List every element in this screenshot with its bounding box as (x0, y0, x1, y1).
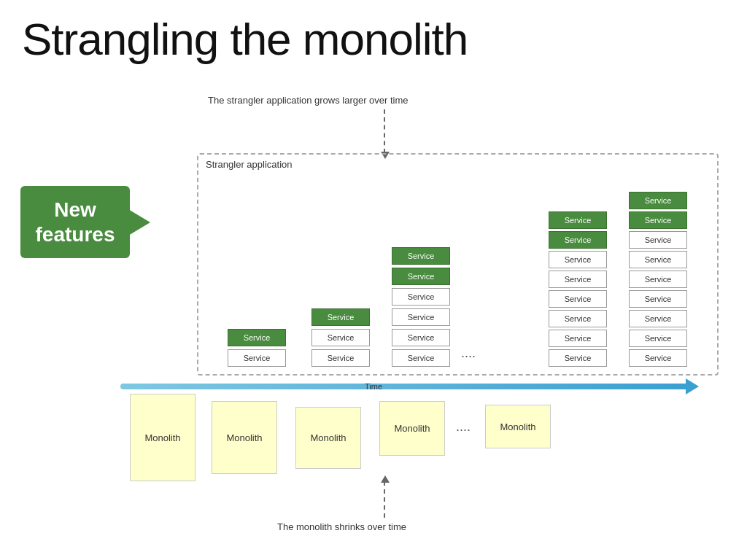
service-box: Service (629, 330, 687, 347)
subtitle-arrow (384, 109, 385, 153)
time-arrow (120, 376, 697, 391)
service-box: Service (549, 310, 607, 327)
service-box: Service (549, 330, 607, 347)
bottom-arrow (384, 481, 385, 518)
service-box: Service (629, 290, 687, 308)
service-box: Service (629, 231, 687, 249)
strangler-label: Strangler application (206, 159, 293, 170)
service-box: Service (392, 308, 450, 326)
monolith-ellipsis: .... (456, 419, 471, 435)
service-box: Service (549, 251, 607, 268)
service-box: Service (629, 211, 687, 229)
ellipsis: .... (461, 346, 476, 361)
service-column-5: Service Service Service Service Service … (629, 192, 687, 367)
service-column-3: Service Service Service Service Service … (392, 247, 450, 367)
service-box: Service (392, 349, 450, 367)
service-box: Service (228, 329, 286, 346)
new-features-callout: Newfeatures (20, 186, 130, 258)
service-box: Service (392, 288, 450, 306)
page-title: Strangling the monolith (22, 13, 468, 65)
service-box: Service (549, 231, 607, 249)
service-box: Service (549, 349, 607, 367)
service-column-1: Service Service (228, 329, 286, 367)
monolith-box-1: Monolith (130, 394, 196, 481)
service-box: Service (629, 251, 687, 268)
monolith-box-3: Monolith (295, 407, 361, 469)
service-column-2: Service Service Service (311, 308, 370, 367)
service-box: Service (392, 268, 450, 285)
service-box: Service (549, 271, 607, 288)
service-column-4: Service Service Service Service Service … (549, 211, 607, 367)
monolith-box-2: Monolith (212, 401, 277, 474)
service-box: Service (228, 349, 286, 367)
service-box: Service (629, 192, 687, 209)
service-box: Service (629, 271, 687, 288)
service-box: Service (392, 329, 450, 346)
time-label: Time (365, 382, 382, 391)
service-box: Service (311, 349, 370, 367)
time-arrow-line (120, 384, 689, 389)
service-box: Service (629, 310, 687, 327)
service-box: Service (311, 329, 370, 346)
service-box: Service (311, 308, 370, 326)
service-box: Service (549, 290, 607, 308)
time-arrow-head (686, 378, 699, 394)
subtitle-text: The strangler application grows larger o… (208, 95, 409, 106)
monolith-box-5: Monolith (485, 405, 551, 448)
service-box: Service (629, 349, 687, 367)
service-box: Service (549, 211, 607, 229)
strangler-application-box: Strangler application Service Service Se… (197, 153, 719, 376)
bottom-label: The monolith shrinks over time (277, 521, 406, 532)
monolith-box-4: Monolith (379, 401, 445, 456)
service-box: Service (392, 247, 450, 265)
